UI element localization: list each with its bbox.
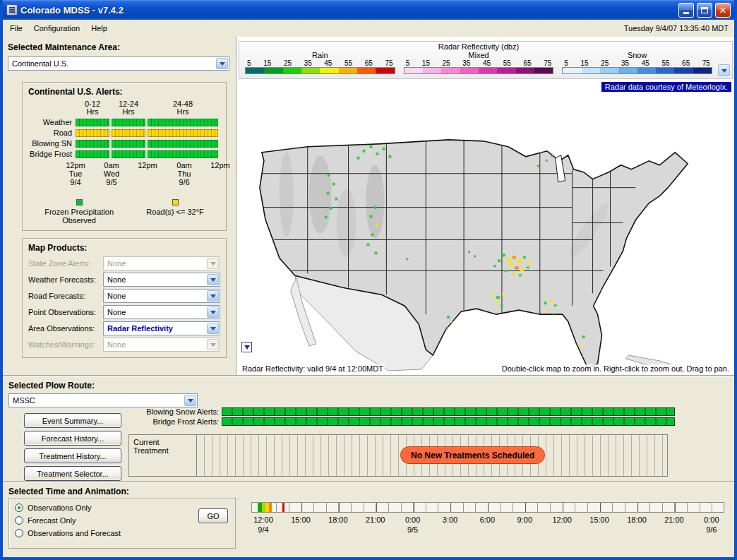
button-forecast-history[interactable]: Forecast History... [24,431,121,446]
alert-bar-bridge-frost-alerts [222,417,675,426]
map-product-row: State Zone Alerts:None [28,256,220,270]
tick-label: 65 [682,59,690,67]
alert-segment [148,150,218,158]
menu-file[interactable]: File [4,21,28,35]
color-cell [534,68,553,73]
plow-alert-row: Blowing Snow Alerts: [128,407,675,416]
radio-observations-only[interactable]: Observations Only [15,504,229,512]
axis-time-label: 0amThu9/6 [176,161,191,186]
radio-button [15,529,23,537]
tick-label: 75 [544,59,551,67]
maximize-icon [701,7,708,13]
title-bar: Colorado MDSS - v7.4.2 ✕ [3,0,734,20]
time-animation-section: Selected Time and Animation: Observation… [3,482,734,557]
axis-date: 9/5 [104,178,119,186]
tick-label: 15 [581,59,589,67]
map-product-row: Road Forecasts:None [28,289,220,303]
legend-scroll-down-button[interactable] [718,64,730,76]
time-label: 15:00 [291,516,311,524]
chevron-down-icon [207,274,219,285]
plow-alert-label: Bridge Frost Alerts: [128,417,222,426]
animation-mode-radios: Observations OnlyForecast OnlyObservatio… [15,504,229,537]
time-label: 21:00 [664,516,684,524]
tick-label: 55 [661,59,669,67]
tick-label: 25 [443,59,450,67]
select-area-observations[interactable]: Radar Reflectivity [103,321,220,335]
button-treatment-history[interactable]: Treatment History... [24,448,121,463]
select-weather-forecasts[interactable]: None [103,273,220,287]
menu-help[interactable]: Help [85,21,113,35]
treatment-timeline[interactable]: No New Treatments Scheduled [197,435,667,476]
map-canvas[interactable]: Radar data courtesy of Meteorlogix. Rada… [237,79,734,375]
color-cell [301,68,320,73]
map-product-row: Point Observations:None [28,305,220,319]
radar-scale-snow: Snow515253545556575 [562,51,712,74]
scale-name: Snow [562,51,712,59]
radio-forecast-only[interactable]: Forecast Only [15,516,229,525]
color-cell [563,68,581,73]
alert-segment [148,129,218,137]
map-product-label: Road Forecasts: [28,292,103,300]
header-hrs: Hrs [76,108,109,116]
scale-name: Mixed [404,51,554,59]
axis-time-label: 0amWed9/5 [104,161,119,186]
menu-configuration[interactable]: Configuration [28,21,85,35]
tick-label: 25 [284,59,292,67]
chevron-down-icon [207,339,219,350]
select-point-observations[interactable]: None [103,305,220,319]
color-cell [320,68,338,73]
plow-route-select[interactable]: MSSC [8,393,198,407]
map-corner-button[interactable] [241,342,252,352]
color-cell [339,68,357,73]
axis-date: 9/4 [66,178,85,186]
select-road-forecasts[interactable]: None [103,289,220,303]
button-event-summary[interactable]: Event Summary... [24,413,121,428]
maximize-button[interactable] [697,3,712,18]
alert-bar-blowing-snow-alerts [222,407,675,416]
radio-label: Observations Only [28,504,91,512]
selected-value: None [107,308,126,316]
color-cell [357,68,376,73]
window-content: Selected Maintenance Area: Continental U… [3,37,734,557]
time-label: 12:00 [552,516,572,524]
app-icon [6,4,18,16]
close-button[interactable]: ✕ [715,3,731,18]
time-label: 0:00 [704,516,719,524]
go-button[interactable]: GO [198,508,228,523]
axis-time: 0am [176,161,191,169]
minimize-button[interactable] [678,3,694,18]
color-cell [600,68,618,73]
select-state-zone-alerts[interactable]: None [103,256,220,270]
time-label: 9:00 [517,516,532,524]
animation-marker [282,503,284,512]
map-products-title: Map Products: [28,243,220,253]
color-cell [441,68,460,73]
date-label: 9/6 [706,525,717,534]
legend-text: Frozen Precipitation [44,208,114,216]
main-row: Selected Maintenance Area: Continental U… [3,37,734,375]
radar-legend: Radar Reflectivity (dbz) Rain51525354555… [239,41,733,79]
axis-date: Wed [104,169,119,178]
radio-label: Observations and Forecast [28,529,121,537]
color-cell [582,68,600,73]
plow-route-buttons: Event Summary...Forecast History...Treat… [24,413,121,481]
radio-observations-and-forecast[interactable]: Observations and Forecast [15,529,229,537]
current-treatment-label: Current Treatment [129,435,197,476]
time-label: 18:00 [328,516,348,524]
tick-label: 55 [344,59,352,67]
map-product-label: Watches/Warnings: [28,340,103,349]
alert-segment [76,150,109,158]
time-slider[interactable] [251,502,724,513]
plow-route-value: MSSC [13,396,35,405]
maintenance-area-value: Continental U.S. [12,59,68,68]
button-treatment-selector[interactable]: Treatment Selector... [24,466,121,481]
tick-label: 35 [462,59,470,67]
tick-label: 55 [503,59,511,67]
tick-label: 5 [247,59,251,67]
legend-text: Observed [62,216,96,225]
maintenance-area-select[interactable]: Continental U.S. [8,56,229,71]
select-watches-warnings[interactable]: None [103,338,220,352]
down-arrow-icon [721,69,727,76]
alert-row-label: Weather [28,118,73,126]
alert-row-label: Road [28,129,73,137]
